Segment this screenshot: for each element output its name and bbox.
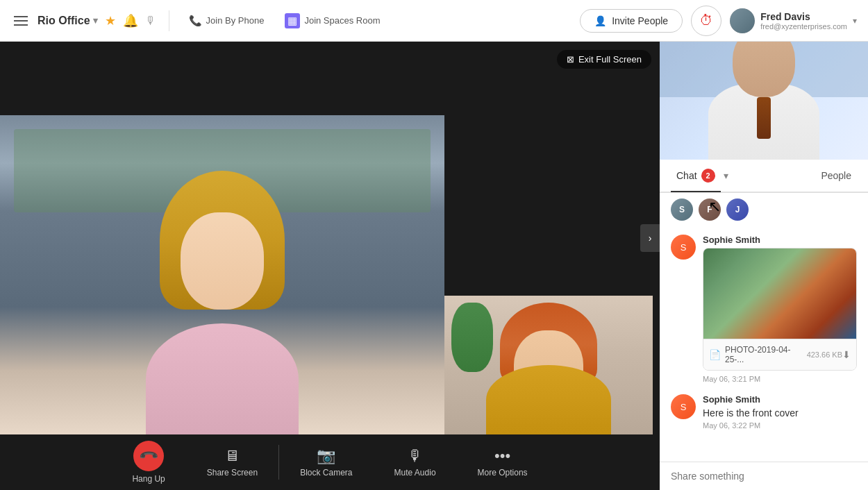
user-name-block: Fred Davis fred@xyzenterprises.com — [760, 11, 847, 31]
participant-avatar-3: J — [726, 198, 749, 221]
more-options-icon: ••• — [494, 447, 510, 465]
file-icon: 📄 — [709, 349, 721, 360]
chat-filename: PHOTO-2019-04-25-... — [725, 345, 801, 364]
invite-people-button[interactable]: 👤 Invite People — [580, 9, 683, 33]
tab-people[interactable]: People — [815, 162, 857, 191]
header-left: Rio Office ▾ ★ 🔔 🎙 📞 Join By Phone ▦ Joi… — [11, 9, 387, 33]
video-grid: › ⊠ Exit Full Screen — [0, 42, 660, 434]
chat-content-1: Sophie Smith 📄 PHOTO-2019-04-25-... 423.… — [703, 235, 857, 383]
secondary-video-panel — [444, 296, 653, 434]
mute-audio-icon: 🎙 — [408, 447, 423, 465]
people-tab-label: People — [821, 170, 851, 181]
chat-messages: S Sophie Smith 📄 PHOTO-2019-04-25-... 42… — [660, 226, 868, 462]
phone-hang-up: 📞 — [138, 445, 160, 466]
chat-avatar-2: S — [671, 394, 696, 419]
chat-tab-label: Chat — [676, 170, 697, 181]
chat-text-2: Here is the front cover — [703, 407, 857, 419]
spaces-icon: ▦ — [285, 13, 300, 28]
chat-dropdown-icon[interactable]: ▾ — [721, 167, 731, 184]
chat-message-1: S Sophie Smith 📄 PHOTO-2019-04-25-... 42… — [671, 235, 857, 383]
participant-avatar-2: F — [699, 198, 721, 221]
chat-input-area — [660, 462, 868, 490]
chat-time-1: May 06, 3:21 PM — [703, 375, 857, 383]
chat-input[interactable] — [671, 471, 857, 482]
bottom-toolbar: 📞 Hang Up 🖥 Share Screen 📷 Block Camera … — [0, 434, 660, 490]
chat-time-2: May 06, 3:22 PM — [703, 421, 857, 430]
menu-button[interactable] — [11, 13, 31, 28]
app-title-text: Rio Office — [37, 15, 90, 27]
chat-badge: 2 — [701, 169, 715, 183]
phone-icon: 📞 — [189, 15, 202, 27]
share-screen-icon: 🖥 — [224, 447, 240, 465]
block-camera-label: Block Camera — [300, 468, 352, 478]
join-spaces-label: Join Spaces Room — [304, 15, 380, 26]
secondary-video-feed — [444, 296, 653, 434]
user-avatar — [730, 8, 755, 33]
clock-icon: ⏱ — [699, 12, 713, 28]
participant-video — [660, 42, 868, 160]
fullscreen-icon: ⊠ — [567, 54, 574, 65]
participants-row: S F J — [660, 193, 868, 226]
more-options-button[interactable]: ••• More Options — [457, 441, 549, 483]
more-options-label: More Options — [478, 468, 528, 478]
chat-file-row: 📄 PHOTO-2019-04-25-... 423.66 KB ⬇ — [703, 339, 856, 370]
invite-label: Invite People — [612, 15, 668, 26]
join-by-phone-label: Join By Phone — [206, 15, 265, 26]
header-right: 👤 Invite People ⏱ Fred Davis fred@xyzent… — [580, 6, 857, 36]
participant-video-bg — [660, 42, 868, 160]
clock-button[interactable]: ⏱ — [691, 6, 721, 36]
avatar-image — [730, 8, 755, 33]
chat-image-card: 📄 PHOTO-2019-04-25-... 423.66 KB ⬇ — [703, 248, 857, 371]
user-email: fred@xyzenterprises.com — [760, 22, 847, 31]
user-profile[interactable]: Fred Davis fred@xyzenterprises.com ▾ — [730, 8, 857, 33]
exit-fullscreen-button[interactable]: ⊠ Exit Full Screen — [557, 50, 651, 69]
chat-sender-1: Sophie Smith — [703, 235, 857, 245]
mute-icon: 🎙 — [145, 15, 156, 27]
app-title-chevron: ▾ — [93, 15, 98, 26]
main-video-area: › ⊠ Exit Full Screen 📞 Hang Up 🖥 Share S… — [0, 42, 660, 490]
favorite-icon[interactable]: ★ — [105, 13, 116, 28]
app-title: Rio Office ▾ — [37, 15, 98, 27]
download-icon[interactable]: ⬇ — [842, 349, 851, 360]
chat-avatar-1: S — [671, 235, 696, 260]
main-video-panel — [0, 115, 444, 434]
join-by-phone-button[interactable]: 📞 Join By Phone — [182, 10, 272, 31]
share-screen-label: Share Screen — [207, 468, 258, 478]
camera-icon: 📷 — [317, 447, 335, 465]
user-chevron-icon: ▾ — [853, 16, 857, 26]
right-panel: Chat 2 ▾ People S F J S Sophie Smith 📄 P… — [660, 42, 868, 490]
header: Rio Office ▾ ★ 🔔 🎙 📞 Join By Phone ▦ Joi… — [0, 0, 868, 42]
hang-up-button[interactable]: 📞 Hang Up — [111, 435, 185, 489]
chat-content-2: Sophie Smith Here is the front cover May… — [703, 394, 857, 430]
chat-message-2: S Sophie Smith Here is the front cover M… — [671, 394, 857, 430]
chat-filesize: 423.66 KB — [807, 350, 842, 359]
mute-audio-button[interactable]: 🎙 Mute Audio — [374, 441, 457, 483]
share-screen-button[interactable]: 🖥 Share Screen — [186, 441, 278, 483]
hang-up-icon: 📞 — [133, 441, 164, 471]
exit-fullscreen-label: Exit Full Screen — [578, 54, 642, 65]
user-name: Fred Davis — [760, 11, 847, 22]
side-arrow-button[interactable]: › — [640, 224, 660, 252]
header-divider — [169, 10, 169, 31]
mute-audio-label: Mute Audio — [394, 468, 436, 478]
chat-sender-2: Sophie Smith — [703, 394, 857, 405]
tab-chat[interactable]: Chat 2 — [671, 160, 721, 192]
block-camera-button[interactable]: 📷 Block Camera — [279, 441, 373, 483]
bell-icon[interactable]: 🔔 — [123, 13, 138, 28]
main-video-feed — [0, 115, 444, 434]
join-spaces-button[interactable]: ▦ Join Spaces Room — [278, 9, 387, 33]
chat-image — [703, 248, 856, 339]
hang-up-label: Hang Up — [132, 474, 165, 484]
tab-bar: Chat 2 ▾ People — [660, 160, 868, 193]
participant-avatar-1: S — [671, 198, 693, 221]
person-add-icon: 👤 — [594, 15, 606, 26]
